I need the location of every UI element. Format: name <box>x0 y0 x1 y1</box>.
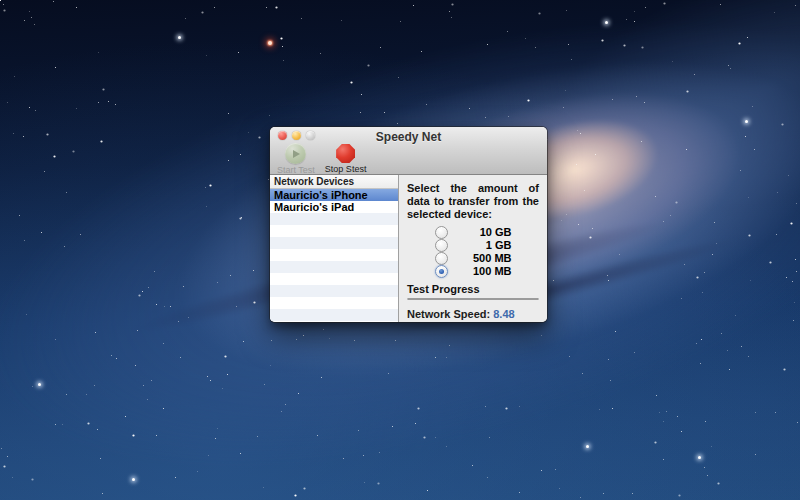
device-row-empty[interactable] <box>270 297 398 309</box>
device-row-ipad[interactable]: Mauricio's iPad <box>270 201 398 213</box>
radio-button-icon <box>435 252 448 265</box>
device-list: Network Devices Mauricio's iPhone Mauric… <box>270 175 399 322</box>
start-test-label: Start Test <box>277 165 315 175</box>
radio-option-100mb[interactable]: 100 MB <box>435 265 512 277</box>
network-speed-label: Network Speed: <box>407 308 490 320</box>
radio-option-1gb[interactable]: 1 GB <box>435 239 512 251</box>
device-row-empty[interactable] <box>270 285 398 297</box>
desktop-wallpaper: Speedy Net Start Test Stop Stest Network… <box>0 0 800 500</box>
radio-label: 100 MB <box>464 265 512 277</box>
device-row-empty[interactable] <box>270 261 398 273</box>
test-progress-bar <box>407 298 539 300</box>
stop-test-label: Stop Stest <box>325 164 367 174</box>
window-chrome: Speedy Net Start Test Stop Stest <box>270 127 547 175</box>
data-amount-radio-group: 10 GB 1 GB 500 MB 100 MB <box>407 226 539 277</box>
device-row-empty[interactable] <box>270 213 398 225</box>
device-row-iphone[interactable]: Mauricio's iPhone <box>270 189 398 201</box>
radio-option-500mb[interactable]: 500 MB <box>435 252 512 264</box>
device-row-empty[interactable] <box>270 309 398 321</box>
device-row-empty[interactable] <box>270 237 398 249</box>
instruction-text: Select the amount of data to transfer fr… <box>407 182 539 221</box>
radio-label: 500 MB <box>464 252 512 264</box>
close-button[interactable] <box>278 131 287 140</box>
stats-area: Network Speed: 8.48 Mbps Latency: 47.63 … <box>407 308 539 322</box>
minimize-button[interactable] <box>292 131 301 140</box>
play-icon <box>285 143 306 164</box>
test-progress-label: Test Progress <box>407 283 539 295</box>
device-rows: Mauricio's iPhone Mauricio's iPad <box>270 189 398 322</box>
device-row-empty[interactable] <box>270 273 398 285</box>
device-row-empty[interactable] <box>270 225 398 237</box>
radio-label: 1 GB <box>464 239 512 251</box>
window-titlebar[interactable]: Speedy Net <box>270 127 547 143</box>
zoom-button[interactable] <box>306 131 315 140</box>
radio-button-icon <box>435 265 448 278</box>
toolbar: Start Test Stop Stest <box>270 143 547 174</box>
settings-panel: Select the amount of data to transfer fr… <box>399 175 547 322</box>
device-row-empty[interactable] <box>270 249 398 261</box>
network-speed-line: Network Speed: 8.48 Mbps <box>407 308 539 322</box>
start-test-button[interactable]: Start Test <box>277 143 315 175</box>
radio-label: 10 GB <box>464 226 512 238</box>
speedy-net-window: Speedy Net Start Test Stop Stest Network… <box>270 127 547 322</box>
traffic-lights <box>278 131 315 140</box>
radio-button-icon <box>435 239 448 252</box>
window-content: Network Devices Mauricio's iPhone Mauric… <box>270 175 547 322</box>
device-row-empty[interactable] <box>270 321 398 322</box>
radio-option-10gb[interactable]: 10 GB <box>435 226 512 238</box>
radio-button-icon <box>435 226 448 239</box>
stop-icon <box>336 144 355 163</box>
device-list-header: Network Devices <box>270 175 398 189</box>
stop-test-button[interactable]: Stop Stest <box>325 143 367 174</box>
